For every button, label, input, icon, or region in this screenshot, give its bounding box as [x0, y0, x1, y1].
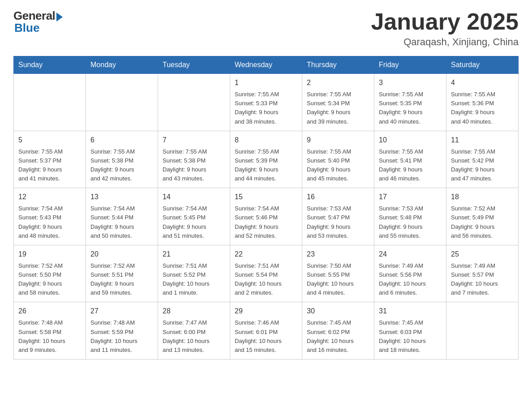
calendar-cell: 10Sunrise: 7:55 AM Sunset: 5:41 PM Dayli…: [374, 131, 446, 188]
day-info: Sunrise: 7:55 AM Sunset: 5:38 PM Dayligh…: [163, 147, 225, 184]
calendar-cell: 1Sunrise: 7:55 AM Sunset: 5:33 PM Daylig…: [230, 74, 302, 131]
day-info: Sunrise: 7:45 AM Sunset: 6:02 PM Dayligh…: [307, 318, 369, 355]
calendar-cell: 30Sunrise: 7:45 AM Sunset: 6:02 PM Dayli…: [302, 302, 374, 360]
calendar-cell: 3Sunrise: 7:55 AM Sunset: 5:35 PM Daylig…: [374, 74, 446, 131]
calendar-cell: 14Sunrise: 7:54 AM Sunset: 5:45 PM Dayli…: [158, 188, 230, 245]
calendar-cell: 28Sunrise: 7:47 AM Sunset: 6:00 PM Dayli…: [158, 302, 230, 360]
day-info: Sunrise: 7:55 AM Sunset: 5:37 PM Dayligh…: [18, 147, 81, 184]
weekday-header-row: SundayMondayTuesdayWednesdayThursdayFrid…: [14, 56, 519, 74]
day-info: Sunrise: 7:49 AM Sunset: 5:56 PM Dayligh…: [379, 261, 442, 298]
logo-triangle-icon: [56, 13, 63, 21]
calendar-location: Qaraqash, Xinjiang, China: [371, 36, 519, 48]
day-number: 27: [90, 306, 153, 317]
day-number: 10: [379, 135, 442, 146]
day-number: 5: [18, 135, 81, 146]
weekday-header: Thursday: [302, 56, 374, 74]
day-info: Sunrise: 7:52 AM Sunset: 5:50 PM Dayligh…: [18, 261, 81, 298]
calendar-cell: 13Sunrise: 7:54 AM Sunset: 5:44 PM Dayli…: [86, 188, 158, 245]
day-info: Sunrise: 7:55 AM Sunset: 5:34 PM Dayligh…: [307, 90, 369, 126]
day-info: Sunrise: 7:51 AM Sunset: 5:54 PM Dayligh…: [235, 261, 297, 298]
weekday-header: Tuesday: [158, 56, 230, 74]
day-info: Sunrise: 7:55 AM Sunset: 5:42 PM Dayligh…: [451, 147, 514, 184]
day-number: 6: [90, 135, 153, 146]
day-number: 1: [235, 77, 297, 88]
calendar-cell: 27Sunrise: 7:48 AM Sunset: 5:59 PM Dayli…: [86, 302, 158, 360]
calendar-cell: 8Sunrise: 7:55 AM Sunset: 5:39 PM Daylig…: [230, 131, 302, 188]
day-info: Sunrise: 7:50 AM Sunset: 5:55 PM Dayligh…: [307, 261, 369, 298]
calendar-cell: 19Sunrise: 7:52 AM Sunset: 5:50 PM Dayli…: [14, 245, 86, 302]
day-info: Sunrise: 7:47 AM Sunset: 6:00 PM Dayligh…: [163, 318, 225, 355]
day-number: 20: [90, 249, 153, 260]
day-info: Sunrise: 7:55 AM Sunset: 5:39 PM Dayligh…: [235, 147, 297, 184]
day-info: Sunrise: 7:48 AM Sunset: 5:58 PM Dayligh…: [18, 318, 81, 355]
day-number: 12: [18, 192, 81, 202]
calendar-cell: 17Sunrise: 7:53 AM Sunset: 5:48 PM Dayli…: [374, 188, 446, 245]
logo: General Blue: [13, 9, 63, 35]
day-info: Sunrise: 7:49 AM Sunset: 5:57 PM Dayligh…: [451, 261, 514, 298]
day-info: Sunrise: 7:55 AM Sunset: 5:33 PM Dayligh…: [235, 90, 297, 126]
day-info: Sunrise: 7:46 AM Sunset: 6:01 PM Dayligh…: [235, 318, 297, 355]
calendar-cell: 31Sunrise: 7:45 AM Sunset: 6:03 PM Dayli…: [374, 302, 446, 360]
calendar-cell: 25Sunrise: 7:49 AM Sunset: 5:57 PM Dayli…: [446, 245, 519, 302]
day-info: Sunrise: 7:54 AM Sunset: 5:45 PM Dayligh…: [163, 204, 225, 240]
calendar-cell: [14, 74, 86, 131]
day-number: 28: [163, 306, 225, 317]
calendar-week-row: 1Sunrise: 7:55 AM Sunset: 5:33 PM Daylig…: [14, 74, 519, 131]
day-info: Sunrise: 7:55 AM Sunset: 5:40 PM Dayligh…: [307, 147, 369, 184]
day-number: 7: [163, 135, 225, 146]
calendar-cell: 4Sunrise: 7:55 AM Sunset: 5:36 PM Daylig…: [446, 74, 519, 131]
calendar-cell: [86, 74, 158, 131]
calendar-cell: 23Sunrise: 7:50 AM Sunset: 5:55 PM Dayli…: [302, 245, 374, 302]
day-info: Sunrise: 7:54 AM Sunset: 5:46 PM Dayligh…: [235, 204, 297, 240]
day-info: Sunrise: 7:48 AM Sunset: 5:59 PM Dayligh…: [90, 318, 153, 355]
day-number: 8: [235, 135, 297, 146]
day-number: 24: [379, 249, 442, 260]
calendar-cell: 6Sunrise: 7:55 AM Sunset: 5:38 PM Daylig…: [86, 131, 158, 188]
calendar-cell: 24Sunrise: 7:49 AM Sunset: 5:56 PM Dayli…: [374, 245, 446, 302]
day-number: 16: [307, 192, 369, 202]
day-info: Sunrise: 7:51 AM Sunset: 5:52 PM Dayligh…: [163, 261, 225, 298]
calendar-cell: 12Sunrise: 7:54 AM Sunset: 5:43 PM Dayli…: [14, 188, 86, 245]
weekday-header: Wednesday: [230, 56, 302, 74]
day-number: 17: [379, 192, 442, 202]
calendar-cell: 16Sunrise: 7:53 AM Sunset: 5:47 PM Dayli…: [302, 188, 374, 245]
day-number: 18: [451, 192, 514, 202]
calendar-title: January 2025: [371, 9, 519, 34]
day-info: Sunrise: 7:53 AM Sunset: 5:48 PM Dayligh…: [379, 204, 442, 240]
calendar-week-row: 19Sunrise: 7:52 AM Sunset: 5:50 PM Dayli…: [14, 245, 519, 302]
day-number: 22: [235, 249, 297, 260]
day-info: Sunrise: 7:55 AM Sunset: 5:35 PM Dayligh…: [379, 90, 442, 126]
calendar-cell: 26Sunrise: 7:48 AM Sunset: 5:58 PM Dayli…: [14, 302, 86, 360]
calendar-cell: 9Sunrise: 7:55 AM Sunset: 5:40 PM Daylig…: [302, 131, 374, 188]
calendar-cell: 18Sunrise: 7:52 AM Sunset: 5:49 PM Dayli…: [446, 188, 519, 245]
calendar-cell: 29Sunrise: 7:46 AM Sunset: 6:01 PM Dayli…: [230, 302, 302, 360]
calendar-cell: 21Sunrise: 7:51 AM Sunset: 5:52 PM Dayli…: [158, 245, 230, 302]
calendar-cell: [158, 74, 230, 131]
day-info: Sunrise: 7:53 AM Sunset: 5:47 PM Dayligh…: [307, 204, 369, 240]
calendar-cell: 5Sunrise: 7:55 AM Sunset: 5:37 PM Daylig…: [14, 131, 86, 188]
day-info: Sunrise: 7:54 AM Sunset: 5:43 PM Dayligh…: [18, 204, 81, 240]
day-number: 15: [235, 192, 297, 202]
calendar-week-row: 12Sunrise: 7:54 AM Sunset: 5:43 PM Dayli…: [14, 188, 519, 245]
weekday-header: Friday: [374, 56, 446, 74]
logo-blue-text: Blue: [14, 21, 39, 35]
weekday-header: Monday: [86, 56, 158, 74]
day-info: Sunrise: 7:52 AM Sunset: 5:51 PM Dayligh…: [90, 261, 153, 298]
day-number: 30: [307, 306, 369, 317]
calendar-cell: [446, 302, 519, 360]
day-info: Sunrise: 7:55 AM Sunset: 5:38 PM Dayligh…: [90, 147, 153, 184]
calendar-week-row: 26Sunrise: 7:48 AM Sunset: 5:58 PM Dayli…: [14, 302, 519, 360]
day-info: Sunrise: 7:52 AM Sunset: 5:49 PM Dayligh…: [451, 204, 514, 240]
day-number: 14: [163, 192, 225, 202]
title-block: January 2025 Qaraqash, Xinjiang, China: [371, 9, 519, 48]
day-number: 11: [451, 135, 514, 146]
calendar-table: SundayMondayTuesdayWednesdayThursdayFrid…: [13, 56, 519, 360]
day-number: 2: [307, 77, 369, 88]
day-number: 19: [18, 249, 81, 260]
day-number: 13: [90, 192, 153, 202]
day-number: 9: [307, 135, 369, 146]
calendar-cell: 7Sunrise: 7:55 AM Sunset: 5:38 PM Daylig…: [158, 131, 230, 188]
day-number: 4: [451, 77, 514, 88]
day-number: 31: [379, 306, 442, 317]
day-number: 21: [163, 249, 225, 260]
